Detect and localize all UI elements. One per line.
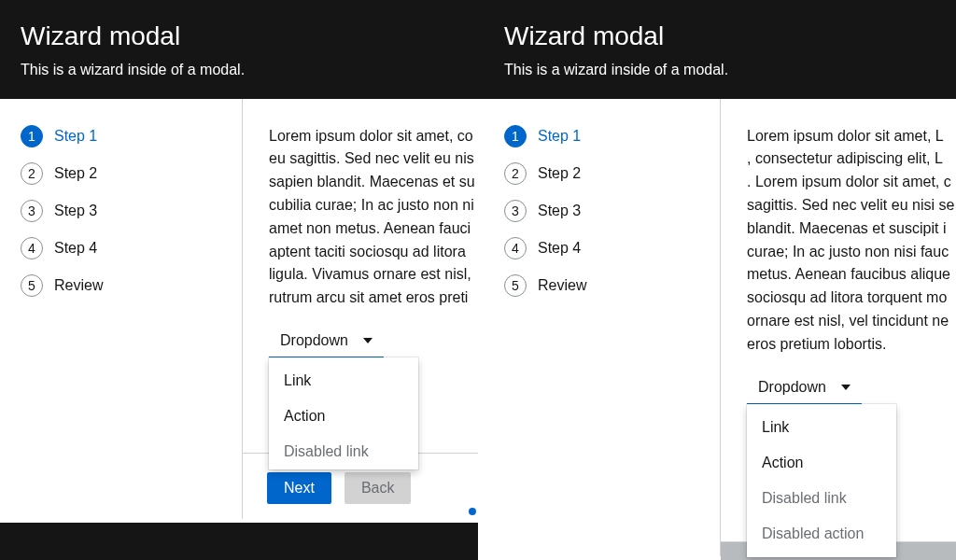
- dropdown-menu: Link Action Disabled link: [269, 357, 418, 469]
- step-review[interactable]: 5 Review: [504, 274, 720, 297]
- dropdown: Dropdown Link Action Disabled link: [269, 325, 384, 357]
- step-label: Step 4: [538, 240, 581, 257]
- dropdown-item-link[interactable]: Link: [747, 410, 896, 445]
- step-label: Step 1: [54, 128, 97, 145]
- wizard-title: Wizard modal: [21, 21, 478, 52]
- caret-down-icon: [841, 385, 851, 390]
- step-number: 4: [504, 237, 527, 259]
- step-1[interactable]: 1 Step 1: [504, 125, 720, 147]
- step-number: 2: [504, 162, 527, 185]
- step-label: Step 4: [54, 240, 97, 257]
- step-number: 2: [21, 162, 43, 185]
- wizard-steps-nav: 1 Step 1 2 Step 2 3 Step 3 4 Step 4 5: [0, 99, 243, 519]
- step-3[interactable]: 3 Step 3: [21, 200, 242, 222]
- step-2[interactable]: 2 Step 2: [504, 162, 720, 185]
- dropdown-item-action[interactable]: Action: [269, 399, 418, 434]
- step-number: 1: [21, 125, 43, 147]
- wizard-description: This is a wizard inside of a modal.: [504, 62, 956, 78]
- wizard-body: 1 Step 1 2 Step 2 3 Step 3 4 Step 4 5: [478, 99, 956, 556]
- dropdown-item-disabled-link: Disabled link: [747, 481, 896, 516]
- dropdown: Dropdown Link Action Disabled link Disab…: [747, 371, 862, 404]
- step-4[interactable]: 4 Step 4: [504, 237, 720, 259]
- scroll-indicator-icon: [469, 508, 476, 515]
- wizard-title: Wizard modal: [504, 21, 956, 52]
- content-paragraph: Lorem ipsum dolor sit amet, co eu sagitt…: [269, 125, 478, 310]
- backdrop-strip: [0, 523, 478, 560]
- wizard-header: Wizard modal This is a wizard inside of …: [0, 0, 478, 99]
- step-label: Step 1: [538, 128, 581, 145]
- step-label: Step 3: [54, 203, 97, 219]
- step-3[interactable]: 3 Step 3: [504, 200, 720, 222]
- dropdown-item-action[interactable]: Action: [747, 445, 896, 481]
- caret-down-icon: [363, 338, 373, 343]
- step-2[interactable]: 2 Step 2: [21, 162, 242, 185]
- step-label: Step 2: [538, 165, 581, 182]
- dropdown-item-disabled-action: Disabled action: [747, 516, 896, 552]
- dropdown-item-link[interactable]: Link: [269, 363, 418, 399]
- step-1[interactable]: 1 Step 1: [21, 125, 242, 147]
- step-number: 3: [21, 200, 43, 222]
- wizard-panel-right: Wizard modal This is a wizard inside of …: [478, 0, 956, 560]
- dropdown-menu: Link Action Disabled link Disabled actio…: [747, 404, 896, 557]
- step-number: 5: [504, 274, 527, 297]
- step-number: 4: [21, 237, 43, 259]
- wizard-body: 1 Step 1 2 Step 2 3 Step 3 4 Step 4 5: [0, 99, 478, 519]
- step-4[interactable]: 4 Step 4: [21, 237, 242, 259]
- step-label: Step 2: [54, 165, 97, 182]
- dropdown-label: Dropdown: [280, 332, 348, 349]
- wizard-panel-left: Wizard modal This is a wizard inside of …: [0, 0, 478, 560]
- step-number: 3: [504, 200, 527, 222]
- step-label: Review: [538, 277, 586, 294]
- dropdown-toggle[interactable]: Dropdown: [269, 325, 384, 357]
- step-label: Review: [54, 277, 103, 294]
- dropdown-label: Dropdown: [758, 379, 826, 396]
- wizard-description: This is a wizard inside of a modal.: [21, 62, 478, 78]
- wizard-header: Wizard modal This is a wizard inside of …: [478, 0, 956, 99]
- step-review[interactable]: 5 Review: [21, 274, 242, 297]
- back-button[interactable]: Back: [344, 472, 412, 504]
- wizard-steps-nav: 1 Step 1 2 Step 2 3 Step 3 4 Step 4 5: [478, 99, 721, 556]
- step-label: Step 3: [538, 203, 581, 219]
- wizard-content: Lorem ipsum dolor sit amet, L , consecte…: [721, 99, 956, 556]
- step-number: 5: [21, 274, 43, 297]
- next-button[interactable]: Next: [267, 472, 331, 504]
- content-paragraph: Lorem ipsum dolor sit amet, L , consecte…: [747, 125, 956, 357]
- dropdown-toggle[interactable]: Dropdown: [747, 371, 862, 403]
- dropdown-item-disabled-link: Disabled link: [269, 434, 418, 469]
- step-number: 1: [504, 125, 527, 147]
